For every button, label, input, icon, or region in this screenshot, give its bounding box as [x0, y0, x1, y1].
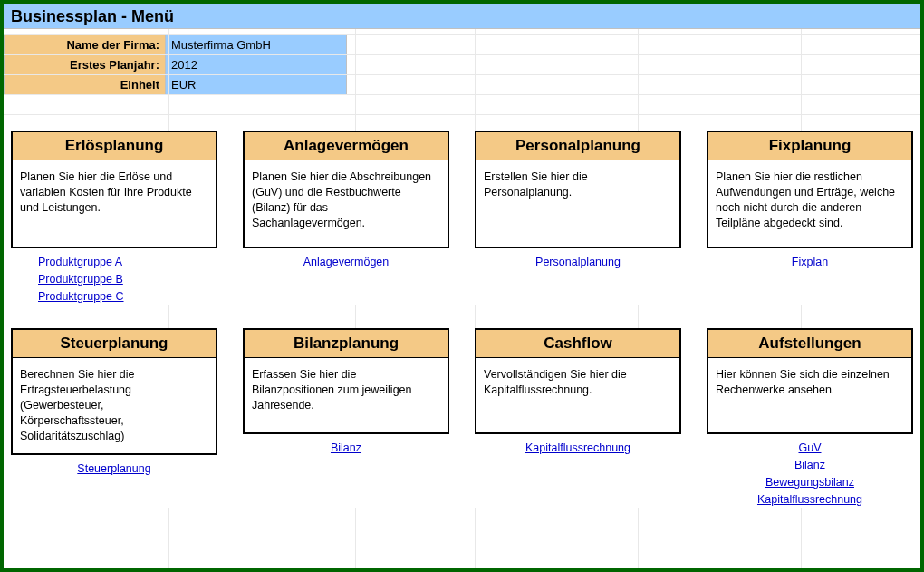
card-links: GuV Bilanz Bewegungsbilanz Kapitalflussr… — [707, 440, 913, 508]
card-links: Personalplanung — [475, 254, 681, 271]
card-title: Erlösplanung — [13, 132, 216, 160]
card-title: Bilanzplanung — [245, 330, 448, 358]
card-desc: Planen Sie hier die restlichen Aufwendun… — [708, 160, 911, 247]
card-personalplanung: Personalplanung Erstellen Sie hier die P… — [475, 131, 681, 305]
card-erloesplanung: Erlösplanung Planen Sie hier die Erlöse … — [11, 131, 217, 305]
unit-value[interactable]: EUR — [166, 75, 347, 95]
link-produktgruppe-c[interactable]: Produktgruppe C — [38, 290, 124, 303]
link-bilanz[interactable]: Bilanz — [331, 441, 361, 454]
page-title: Businessplan - Menü — [4, 4, 920, 29]
link-steuerplanung[interactable]: Steuerplanung — [77, 462, 150, 475]
card-title: Fixplanung — [708, 132, 911, 160]
card-title: Cashflow — [476, 330, 679, 358]
link-bilanz-2[interactable]: Bilanz — [794, 459, 825, 471]
link-kapitalflussrechnung[interactable]: Kapitalflussrechnung — [525, 441, 630, 454]
card-desc: Berechnen Sie hier die Ertragsteuerbelas… — [13, 358, 216, 452]
unit-label: Einheit — [5, 75, 166, 95]
card-links: Kapitalflussrechnung — [475, 440, 681, 457]
link-kapitalflussrechnung-2[interactable]: Kapitalflussrechnung — [757, 493, 862, 506]
firm-value[interactable]: Musterfirma GmbH — [166, 35, 347, 55]
link-produktgruppe-a[interactable]: Produktgruppe A — [38, 256, 122, 268]
card-desc: Planen Sie hier die Erlöse und variablen… — [13, 160, 216, 247]
card-fixplanung: Fixplanung Planen Sie hier die restliche… — [707, 131, 913, 305]
card-bilanzplanung: Bilanzplanung Erfassen Sie hier die Bila… — [243, 328, 449, 508]
year-value[interactable]: 2012 — [166, 55, 347, 75]
card-links: Anlagevermögen — [243, 254, 449, 271]
card-links: Bilanz — [243, 440, 449, 457]
card-links: Steuerplanung — [11, 461, 217, 478]
card-title: Anlagevermögen — [245, 132, 448, 160]
firm-label: Name der Firma: — [5, 35, 166, 55]
link-fixplan[interactable]: Fixplan — [792, 256, 828, 268]
card-aufstellungen: Aufstellungen Hier können Sie sich die e… — [707, 328, 913, 508]
card-anlagevermoegen: Anlagevermögen Planen Sie hier die Absch… — [243, 131, 449, 305]
card-cashflow: Cashflow Vervollständigen Sie hier die K… — [475, 328, 681, 508]
card-desc: Erfassen Sie hier die Bilanzpositionen z… — [245, 358, 448, 432]
card-desc: Erstellen Sie hier die Personalplanung. — [476, 160, 679, 247]
card-desc: Vervollständigen Sie hier die Kapitalflu… — [476, 358, 679, 432]
card-desc: Hier können Sie sich die einzelnen Reche… — [708, 358, 911, 432]
businessplan-menu-frame: Businessplan - Menü Name der Firma: Must… — [0, 0, 924, 572]
link-produktgruppe-b[interactable]: Produktgruppe B — [38, 273, 123, 286]
card-links: Produktgruppe A Produktgruppe B Produktg… — [11, 254, 217, 305]
cards-grid: Erlösplanung Planen Sie hier die Erlöse … — [11, 131, 913, 508]
card-title: Personalplanung — [476, 132, 679, 160]
link-anlagevermoegen[interactable]: Anlagevermögen — [303, 256, 390, 268]
link-bewegungsbilanz[interactable]: Bewegungsbilanz — [765, 476, 854, 489]
info-table: Name der Firma: Musterfirma GmbH Erstes … — [4, 34, 347, 95]
link-guv[interactable]: GuV — [798, 441, 821, 454]
card-links: Fixplan — [707, 254, 913, 271]
year-label: Erstes Planjahr: — [5, 55, 166, 75]
card-steuerplanung: Steuerplanung Berechnen Sie hier die Ert… — [11, 328, 217, 508]
card-title: Aufstellungen — [708, 330, 911, 358]
card-desc: Planen Sie hier die Abschreibungen (GuV)… — [245, 160, 448, 247]
link-personalplanung[interactable]: Personalplanung — [535, 256, 621, 268]
card-title: Steuerplanung — [13, 330, 216, 358]
